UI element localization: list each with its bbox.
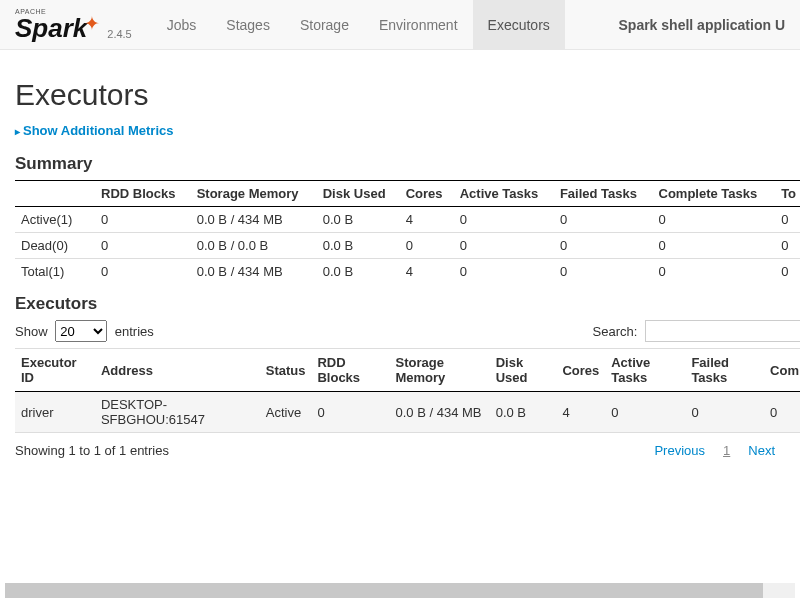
tab-stages[interactable]: Stages (211, 0, 285, 49)
tab-storage[interactable]: Storage (285, 0, 364, 49)
page-title: Executors (15, 78, 800, 112)
nav-tabs: Jobs Stages Storage Environment Executor… (152, 0, 565, 49)
summary-header[interactable]: Disk Used (317, 181, 400, 207)
summary-header[interactable]: To (775, 181, 800, 207)
exec-header[interactable]: Address (95, 349, 260, 392)
table-footer: Showing 1 to 1 of 1 entries Previous 1 N… (15, 443, 800, 458)
page-size-select[interactable]: 20 (55, 320, 107, 342)
app-name: Spark shell application U (619, 17, 786, 33)
exec-header[interactable]: Storage Memory (390, 349, 490, 392)
exec-header[interactable]: Cores (556, 349, 605, 392)
summary-header[interactable]: RDD Blocks (95, 181, 191, 207)
brand-logo[interactable]: APACHE Spark✦ 2.4.5 (15, 8, 132, 42)
horizontal-scrollbar[interactable] (5, 583, 795, 598)
summary-row-dead: Dead(0) 0 0.0 B / 0.0 B 0.0 B 0 0 0 0 0 (15, 233, 800, 259)
summary-row-total: Total(1) 0 0.0 B / 434 MB 0.0 B 4 0 0 0 … (15, 259, 800, 285)
tab-environment[interactable]: Environment (364, 0, 473, 49)
summary-row-active: Active(1) 0 0.0 B / 434 MB 0.0 B 4 0 0 0… (15, 207, 800, 233)
exec-header[interactable]: Disk Used (490, 349, 557, 392)
exec-header[interactable]: RDD Blocks (311, 349, 389, 392)
entries-label: entries (115, 324, 154, 339)
exec-header[interactable]: Executor ID (15, 349, 95, 392)
summary-header[interactable] (15, 181, 95, 207)
exec-header[interactable]: Failed Tasks (685, 349, 764, 392)
summary-header[interactable]: Storage Memory (191, 181, 317, 207)
tab-jobs[interactable]: Jobs (152, 0, 212, 49)
summary-header[interactable]: Failed Tasks (554, 181, 653, 207)
executor-row: driver DESKTOP-SFBGHOU:61547 Active 0 0.… (15, 392, 800, 433)
exec-header[interactable]: Com (764, 349, 800, 392)
summary-header[interactable]: Active Tasks (454, 181, 554, 207)
search-label: Search: (593, 324, 638, 339)
pager-next[interactable]: Next (748, 443, 775, 458)
showing-entries-text: Showing 1 to 1 of 1 entries (15, 443, 169, 458)
brand-name: Spark (15, 13, 87, 43)
search-input[interactable] (645, 320, 800, 342)
scrollbar-thumb[interactable] (5, 583, 763, 598)
exec-header[interactable]: Active Tasks (605, 349, 685, 392)
pager-previous[interactable]: Previous (654, 443, 705, 458)
pager: Previous 1 Next (654, 443, 775, 458)
tab-executors[interactable]: Executors (473, 0, 565, 49)
executors-heading: Executors (15, 294, 800, 314)
summary-header[interactable]: Cores (400, 181, 454, 207)
exec-header[interactable]: Status (260, 349, 312, 392)
executors-table: Executor ID Address Status RDD Blocks St… (15, 348, 800, 433)
table-controls: Show 20 entries Search: (15, 320, 800, 342)
summary-heading: Summary (15, 154, 800, 174)
spark-star-icon: ✦ (84, 13, 100, 34)
brand-version: 2.4.5 (107, 28, 131, 42)
navbar: APACHE Spark✦ 2.4.5 Jobs Stages Storage … (0, 0, 800, 50)
summary-header[interactable]: Complete Tasks (653, 181, 776, 207)
show-label: Show (15, 324, 48, 339)
show-additional-metrics-link[interactable]: Show Additional Metrics (15, 123, 173, 138)
summary-table: RDD Blocks Storage Memory Disk Used Core… (15, 180, 800, 284)
pager-current-page[interactable]: 1 (723, 443, 730, 458)
